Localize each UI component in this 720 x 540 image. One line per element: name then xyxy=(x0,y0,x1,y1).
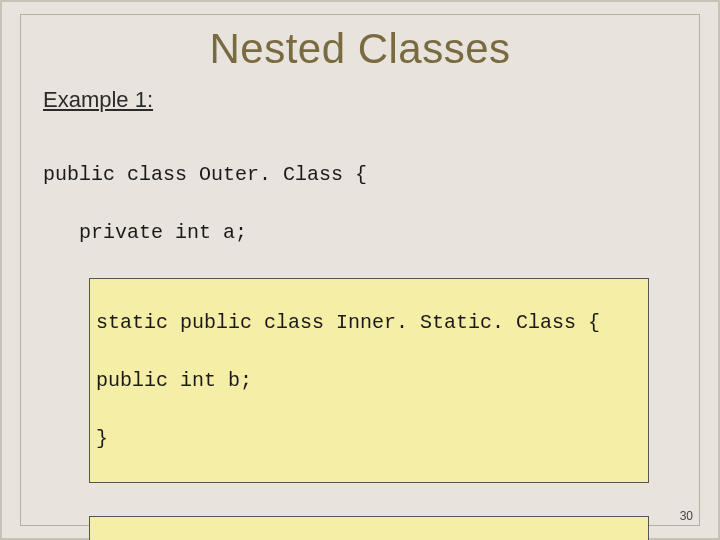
page-title: Nested Classes xyxy=(43,25,677,73)
code-line: static public class Inner. Static. Class… xyxy=(96,308,642,337)
slide-frame: Nested Classes Example 1: public class O… xyxy=(20,14,700,526)
highlight-box-static-inner: static public class Inner. Static. Class… xyxy=(89,278,649,483)
code-line: private int a; xyxy=(43,218,677,247)
slide: Nested Classes Example 1: public class O… xyxy=(0,0,720,540)
page-number: 30 xyxy=(680,509,693,523)
code-line: } xyxy=(96,424,642,453)
code-line: public class Outer. Class { xyxy=(43,160,677,189)
code-block: public class Outer. Class { private int … xyxy=(43,131,677,540)
highlight-box-inner-class: public class Inner. Class { public void … xyxy=(89,516,649,540)
example-label: Example 1: xyxy=(43,87,677,113)
code-line: public int b; xyxy=(96,366,642,395)
